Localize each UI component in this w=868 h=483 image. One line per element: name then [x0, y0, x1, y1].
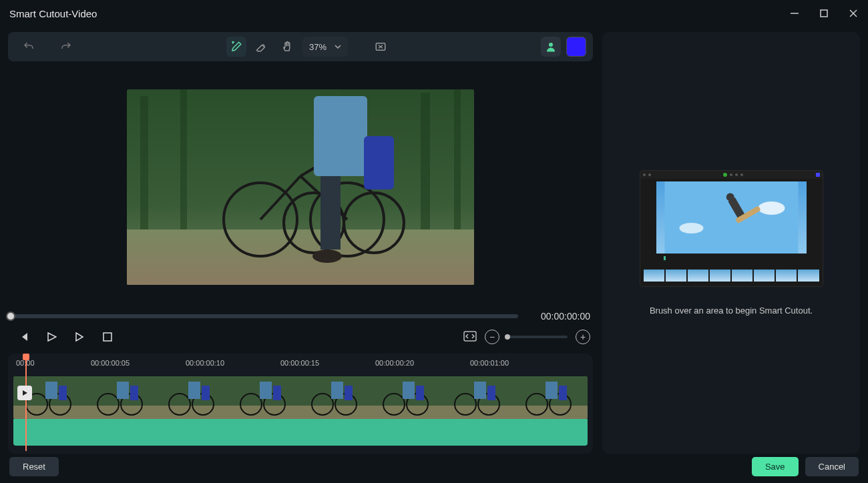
- timeline: 00:00 00:00:00:05 00:00:00:10 00:00:00:1…: [8, 354, 593, 454]
- ruler-mark: 00:00:00:10: [186, 359, 224, 367]
- timeline-playhead[interactable]: [25, 356, 27, 451]
- help-preview-thumbnail: [640, 170, 823, 287]
- svg-rect-22: [320, 176, 341, 250]
- ruler-mark: 00:00:01:00: [470, 359, 509, 367]
- playback-controls: − +: [8, 322, 593, 344]
- compare-button[interactable]: [371, 37, 391, 57]
- undo-button[interactable]: [19, 37, 39, 57]
- scrub-track[interactable]: [11, 314, 518, 318]
- maximize-button[interactable]: [819, 8, 829, 19]
- prev-frame-button[interactable]: [17, 331, 29, 343]
- close-button[interactable]: [848, 8, 859, 19]
- window-title: Smart Cutout-Video: [9, 8, 97, 19]
- svg-point-36: [679, 223, 703, 233]
- next-frame-button[interactable]: [73, 331, 85, 343]
- video-clip-track[interactable]: [13, 376, 588, 419]
- scrub-bar: 00:00:00:00: [8, 311, 593, 322]
- svg-rect-21: [314, 96, 367, 176]
- zoom-slider-handle[interactable]: [505, 334, 510, 340]
- help-message: Brush over an area to begin Smart Cutout…: [650, 306, 813, 316]
- stop-button[interactable]: [101, 331, 114, 343]
- reset-button[interactable]: Reset: [9, 457, 59, 476]
- mask-color-swatch[interactable]: [566, 37, 586, 57]
- editor-panel: 37%: [8, 32, 593, 454]
- svg-rect-1: [821, 10, 827, 17]
- svg-rect-25: [103, 333, 112, 341]
- window-controls: [789, 8, 859, 19]
- help-panel: Brush over an area to begin Smart Cutout…: [602, 32, 860, 454]
- zoom-out-button[interactable]: −: [485, 330, 499, 344]
- svg-point-35: [758, 201, 785, 215]
- save-button[interactable]: Save: [752, 457, 799, 476]
- ruler-mark: 00:00:00:05: [91, 359, 130, 367]
- redo-button[interactable]: [56, 37, 76, 57]
- svg-rect-33: [13, 376, 588, 419]
- timecode-display: 00:00:00:00: [530, 311, 590, 322]
- svg-rect-9: [127, 229, 474, 285]
- svg-point-7: [549, 43, 553, 47]
- zoom-in-button[interactable]: +: [576, 330, 590, 344]
- canvas-area: [8, 61, 593, 306]
- pan-tool-button[interactable]: [277, 37, 297, 57]
- timeline-ruler[interactable]: 00:00 00:00:00:05 00:00:00:10 00:00:00:1…: [13, 359, 590, 375]
- minimize-button[interactable]: [789, 8, 800, 19]
- zoom-value: 37%: [309, 42, 327, 52]
- toolbar: 37%: [8, 32, 593, 61]
- mask-preview-button[interactable]: [541, 37, 561, 57]
- scrub-handle[interactable]: [6, 312, 15, 321]
- svg-rect-12: [421, 93, 430, 229]
- titlebar: Smart Cutout-Video: [0, 0, 868, 27]
- svg-rect-34: [664, 181, 798, 254]
- person-icon: [545, 41, 557, 53]
- zoom-slider[interactable]: [507, 336, 568, 338]
- svg-rect-13: [454, 89, 461, 229]
- video-preview[interactable]: [127, 89, 474, 285]
- eraser-tool-button[interactable]: [252, 37, 272, 57]
- fit-button[interactable]: [463, 331, 477, 344]
- svg-rect-11: [180, 89, 187, 229]
- svg-rect-10: [140, 96, 148, 229]
- ruler-mark: 00:00:00:15: [280, 359, 319, 367]
- zoom-dropdown[interactable]: 37%: [302, 37, 348, 57]
- brush-tool-button[interactable]: [226, 37, 246, 57]
- svg-rect-24: [364, 136, 394, 189]
- bottom-bar: Reset Save Cancel: [0, 450, 868, 483]
- audio-track[interactable]: [13, 419, 588, 446]
- play-button[interactable]: [45, 331, 57, 343]
- ruler-mark: 00:00:00:20: [375, 359, 414, 367]
- chevron-down-icon: [335, 43, 341, 50]
- cancel-button[interactable]: Cancel: [805, 457, 859, 476]
- svg-point-23: [312, 250, 342, 263]
- clip-play-icon: [17, 386, 32, 400]
